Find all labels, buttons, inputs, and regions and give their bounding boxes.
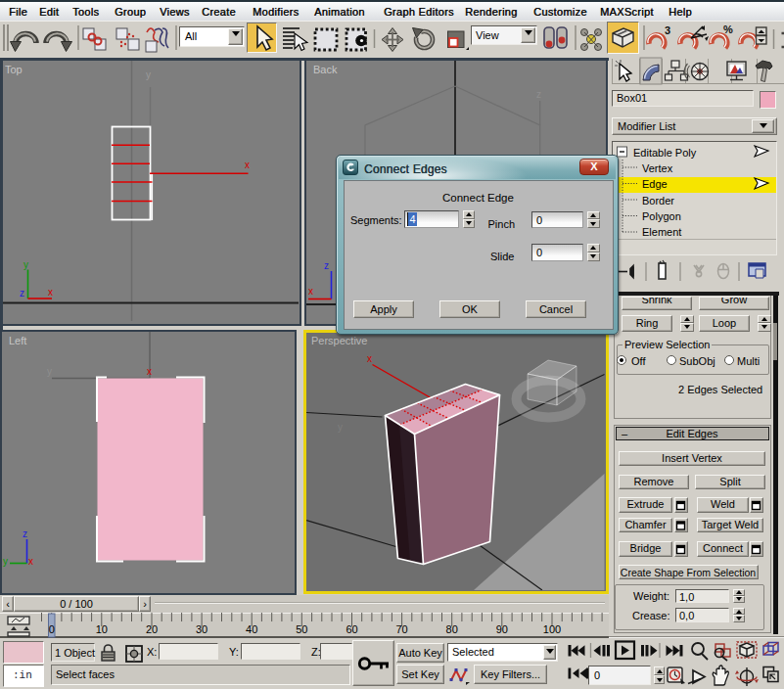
- svg-text:3: 3: [665, 24, 670, 36]
- svg-text:100: 100: [543, 623, 561, 635]
- svg-text:y: y: [146, 69, 151, 80]
- svg-text:z: z: [536, 89, 541, 100]
- svg-text:70: 70: [395, 623, 407, 635]
- svg-text:10: 10: [96, 623, 108, 635]
- svg-text:Left: Left: [9, 335, 26, 346]
- svg-text:x: x: [308, 286, 313, 297]
- svg-text:Perspective: Perspective: [311, 335, 367, 346]
- svg-text:y: y: [47, 366, 52, 377]
- svg-text:x: x: [367, 353, 372, 364]
- svg-text:x: x: [245, 160, 250, 170]
- svg-text:60: 60: [346, 623, 357, 635]
- svg-text:30: 30: [196, 623, 208, 635]
- svg-text:50: 50: [296, 623, 307, 635]
- svg-text:z: z: [23, 528, 27, 539]
- svg-text:40: 40: [246, 623, 257, 635]
- svg-text:Edge: Edge: [642, 178, 668, 190]
- svg-text:x: x: [48, 287, 53, 298]
- svg-text:y: y: [338, 422, 343, 433]
- svg-text:Polygon: Polygon: [642, 210, 681, 222]
- svg-text:90: 90: [496, 623, 508, 635]
- svg-text:y: y: [3, 556, 8, 567]
- svg-text:Element: Element: [642, 226, 681, 238]
- svg-text:%: %: [723, 23, 733, 35]
- svg-text:Top: Top: [5, 64, 23, 75]
- svg-text:Back: Back: [313, 64, 338, 75]
- svg-text:z: z: [20, 288, 24, 299]
- svg-text:z: z: [324, 260, 329, 271]
- svg-text:x: x: [28, 556, 33, 567]
- svg-text:Vertex: Vertex: [642, 162, 673, 174]
- svg-text:0: 0: [49, 623, 55, 635]
- svg-text:Border: Border: [642, 195, 674, 207]
- svg-text:20: 20: [146, 623, 158, 635]
- svg-text:y: y: [23, 259, 28, 270]
- svg-text:Editable Poly: Editable Poly: [633, 147, 697, 159]
- svg-text:80: 80: [446, 623, 458, 635]
- svg-text:x: x: [147, 366, 152, 377]
